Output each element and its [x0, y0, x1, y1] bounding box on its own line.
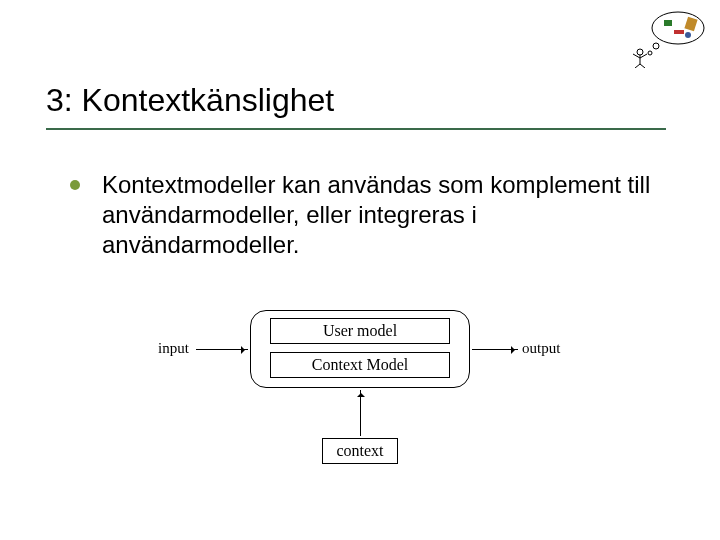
diagram-user-model-label: User model — [323, 322, 397, 340]
svg-point-1 — [653, 43, 659, 49]
svg-point-0 — [652, 12, 704, 44]
diagram-user-model-box: User model — [270, 318, 450, 344]
diagram: input output User model Context Model co… — [140, 300, 580, 490]
slide-title: 3: Kontextkänslighet — [46, 82, 666, 119]
slide: 3: Kontextkänslighet Kontextmodeller kan… — [0, 0, 720, 540]
body-area: Kontextmodeller kan användas som komplem… — [70, 170, 660, 260]
svg-rect-9 — [664, 20, 672, 26]
arrow-output — [472, 349, 518, 350]
svg-rect-10 — [674, 30, 684, 34]
title-area: 3: Kontextkänslighet — [46, 82, 666, 119]
svg-rect-11 — [684, 17, 697, 32]
bullet-text: Kontextmodeller kan användas som komplem… — [102, 170, 660, 260]
svg-point-3 — [637, 49, 643, 55]
arrow-input — [196, 349, 248, 350]
svg-line-7 — [635, 64, 640, 68]
svg-line-8 — [640, 64, 645, 68]
bullet-item: Kontextmodeller kan användas som komplem… — [70, 170, 660, 260]
diagram-context-label: context — [336, 442, 383, 460]
arrow-context — [360, 390, 361, 436]
svg-point-12 — [685, 32, 691, 38]
diagram-context-model-box: Context Model — [270, 352, 450, 378]
svg-point-2 — [648, 51, 652, 55]
diagram-context-model-label: Context Model — [312, 356, 408, 374]
diagram-input-label: input — [158, 340, 189, 357]
bullet-dot-icon — [70, 180, 80, 190]
diagram-context-box: context — [322, 438, 398, 464]
title-underline — [46, 128, 666, 130]
diagram-output-label: output — [522, 340, 560, 357]
corner-clipart — [628, 8, 708, 68]
